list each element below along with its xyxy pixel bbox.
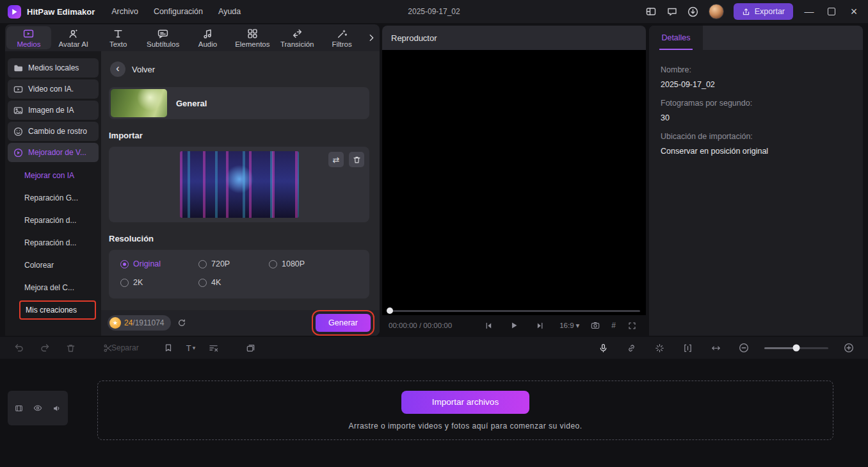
delete-clip-icon[interactable] bbox=[63, 340, 78, 356]
layout-panels-icon[interactable] bbox=[645, 6, 657, 17]
safe-grid-icon[interactable]: # bbox=[611, 321, 616, 330]
marker-icon[interactable] bbox=[161, 340, 176, 356]
zoom-slider-thumb[interactable] bbox=[793, 345, 800, 352]
video-enhancer-icon bbox=[13, 148, 23, 158]
progress-track[interactable] bbox=[388, 310, 640, 312]
media-tabstrip: Medios Avatar AI Texto Subtítulos Audio … bbox=[5, 24, 380, 51]
media-dropzone[interactable]: Importar archivos Arrastre o importe vid… bbox=[97, 381, 833, 440]
resolution-option-720p[interactable]: 720P bbox=[198, 259, 269, 268]
imported-video-thumbnail bbox=[180, 151, 299, 218]
credits-counter[interactable]: ★ 24/1911074 bbox=[108, 315, 171, 331]
preset-card-general[interactable]: General bbox=[109, 87, 369, 119]
menu-ayuda[interactable]: Ayuda bbox=[218, 7, 241, 16]
sidebar-item-imagen-ia[interactable]: Imagen de IA bbox=[8, 101, 99, 120]
track-film-icon[interactable] bbox=[12, 400, 27, 416]
timeline-zoom-slider[interactable] bbox=[764, 347, 828, 349]
tab-avatar-ai[interactable]: Avatar AI bbox=[51, 26, 96, 49]
dropzone-hint: Arrastre o importe videos y fotos aquí p… bbox=[348, 422, 582, 430]
sidebar-item-mejorador-video[interactable]: Mejorador de V... bbox=[8, 143, 99, 162]
user-avatar[interactable] bbox=[709, 4, 724, 19]
text-tool-icon: T bbox=[186, 343, 191, 353]
detail-value-ubicacion: Conservar en posición original bbox=[661, 147, 851, 156]
fit-timeline-icon[interactable] bbox=[708, 340, 723, 356]
titlebar: HitPaw Edimakor Archivo Configuración Ay… bbox=[0, 0, 868, 23]
tab-detalles[interactable]: Detalles bbox=[649, 26, 703, 50]
detail-label-fps: Fotogramas por segundo: bbox=[661, 99, 851, 108]
sidebar-subitem-reparacion-g[interactable]: Reparación G... bbox=[5, 186, 101, 209]
menu-archivo[interactable]: Archivo bbox=[111, 7, 138, 16]
track-visibility-eye-icon[interactable] bbox=[30, 400, 45, 416]
select-range-icon[interactable] bbox=[680, 340, 695, 356]
sidebar-item-medios-locales[interactable]: Medios locales bbox=[8, 58, 99, 78]
refresh-credits-icon[interactable] bbox=[177, 318, 186, 327]
download-icon[interactable] bbox=[687, 6, 699, 17]
split-label[interactable]: Separar bbox=[111, 343, 139, 352]
audio-icon bbox=[202, 28, 213, 39]
record-voiceover-mic-icon[interactable] bbox=[595, 340, 611, 356]
time-display: 00:00:00 / 00:00:00 bbox=[389, 322, 481, 329]
credits-used: 24 bbox=[124, 318, 133, 327]
undo-icon[interactable] bbox=[12, 340, 27, 356]
sidebar-item-video-ia[interactable]: Video con IA. bbox=[8, 79, 99, 99]
back-icon[interactable]: ‹ bbox=[110, 61, 125, 77]
export-icon bbox=[742, 8, 750, 16]
tab-audio[interactable]: Audio bbox=[186, 26, 230, 49]
keyframe-spark-icon[interactable] bbox=[652, 340, 667, 356]
fullscreen-icon[interactable] bbox=[624, 318, 639, 333]
tab-medios[interactable]: Medios bbox=[6, 26, 51, 49]
feedback-chat-icon[interactable] bbox=[666, 6, 678, 17]
folder-icon bbox=[13, 63, 23, 73]
track-mute-speaker-icon[interactable] bbox=[49, 400, 65, 416]
aspect-ratio-dropdown[interactable]: 16:9 ▾ bbox=[559, 321, 579, 330]
tab-texto[interactable]: Texto bbox=[96, 26, 141, 49]
replace-video-button[interactable]: ⇄ bbox=[328, 152, 344, 167]
sidebar-subitem-mejora-del-c[interactable]: Mejora del C... bbox=[5, 276, 101, 299]
clear-subtitles-icon[interactable] bbox=[205, 340, 221, 356]
sidebar-subitem-reparacion-d2[interactable]: Reparación d... bbox=[5, 231, 101, 254]
zoom-in-icon[interactable] bbox=[841, 340, 856, 356]
frame-grab-icon[interactable] bbox=[243, 340, 258, 356]
text-tool-dropdown[interactable]: T ▾ bbox=[186, 343, 195, 353]
annotation-box-mis-creaciones: Mis creaciones bbox=[19, 300, 96, 320]
maximize-button[interactable] bbox=[828, 8, 835, 15]
redo-icon[interactable] bbox=[37, 340, 52, 356]
transicion-icon bbox=[292, 28, 303, 39]
credits-total: /1911074 bbox=[133, 318, 164, 327]
details-header: Detalles bbox=[649, 26, 863, 50]
player-controls: 00:00:00 / 00:00:00 16:9 ▾ # bbox=[382, 315, 646, 336]
tab-subtitulos[interactable]: Subtítulos bbox=[141, 26, 186, 49]
tab-transicion[interactable]: Transición bbox=[275, 26, 319, 49]
sidebar-subitem-mis-creaciones[interactable]: Mis creaciones bbox=[5, 299, 101, 321]
minimize-button[interactable]: — bbox=[803, 0, 816, 23]
resolution-option-2k[interactable]: 2K bbox=[120, 278, 198, 287]
tab-elementos[interactable]: Elementos bbox=[230, 26, 275, 49]
zoom-out-icon[interactable] bbox=[736, 340, 751, 356]
close-button[interactable]: × bbox=[848, 0, 860, 23]
sidebar-item-cambio-rostro[interactable]: Cambio de rostro bbox=[8, 122, 99, 141]
resolution-option-original[interactable]: Original bbox=[120, 259, 198, 268]
sidebar-subitem-mejorar-con-ia[interactable]: Mejorar con IA bbox=[5, 164, 101, 186]
caret-down-icon: ▾ bbox=[193, 345, 196, 351]
resolution-option-4k[interactable]: 4K bbox=[198, 278, 269, 287]
menu-configuracion[interactable]: Configuración bbox=[154, 7, 203, 16]
enhancer-panel: ‹ Volver General Importar ⇄ Resolución O… bbox=[101, 51, 380, 336]
previous-frame-icon[interactable] bbox=[481, 318, 496, 333]
export-button[interactable]: Exportar bbox=[734, 3, 793, 20]
sidebar-subitem-colorear[interactable]: Colorear bbox=[5, 254, 101, 276]
generate-button[interactable]: Generar bbox=[316, 314, 371, 332]
tab-filtros[interactable]: Filtros bbox=[319, 26, 364, 49]
tabs-more-button[interactable] bbox=[364, 26, 378, 49]
remove-video-button[interactable] bbox=[349, 152, 364, 167]
play-icon[interactable] bbox=[506, 318, 522, 333]
resolution-option-1080p[interactable]: 1080P bbox=[269, 259, 358, 268]
back-button[interactable]: ‹ Volver bbox=[110, 61, 369, 77]
player-screen[interactable] bbox=[382, 50, 646, 306]
sidebar-subitem-reparacion-d1[interactable]: Reparación d... bbox=[5, 209, 101, 231]
chevron-right-icon bbox=[367, 33, 376, 42]
next-frame-icon[interactable] bbox=[532, 318, 547, 333]
link-clips-icon[interactable] bbox=[623, 340, 639, 356]
import-files-button[interactable]: Importar archivos bbox=[401, 391, 529, 414]
timeline-toolbar: Separar T ▾ bbox=[0, 337, 868, 359]
snapshot-camera-icon[interactable] bbox=[588, 318, 603, 333]
progress-thumb[interactable] bbox=[387, 307, 393, 314]
